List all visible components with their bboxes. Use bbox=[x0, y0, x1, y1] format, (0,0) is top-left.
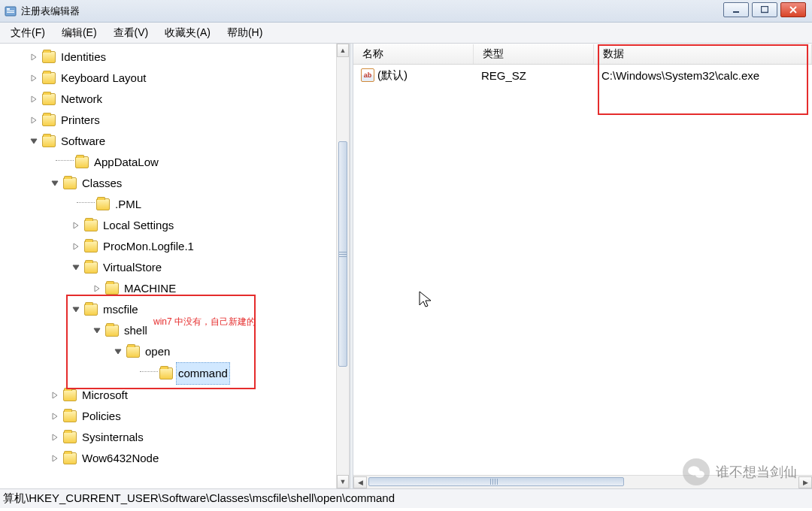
string-value-icon: ab bbox=[361, 68, 374, 82]
tree-item-keyboard[interactable]: Keyboard Layout bbox=[2, 68, 350, 89]
registry-tree[interactable]: Identities Keyboard Layout Network Print… bbox=[0, 44, 350, 469]
collapse-icon[interactable] bbox=[92, 325, 102, 336]
value-row-default[interactable]: ab (默认) REG_SZ C:\Windows\System32\calc.… bbox=[353, 65, 812, 86]
expand-icon[interactable] bbox=[50, 411, 60, 422]
expand-icon[interactable] bbox=[71, 220, 81, 231]
tree-label: Wow6432Node bbox=[80, 448, 161, 469]
collapse-icon[interactable] bbox=[113, 346, 123, 357]
collapse-icon[interactable] bbox=[50, 178, 60, 189]
menubar: 文件(F) 编辑(E) 查看(V) 收藏夹(A) 帮助(H) bbox=[0, 23, 812, 44]
tree-label: Sysinternals bbox=[80, 427, 146, 448]
list-horizontal-scrollbar[interactable]: ◀ ▶ bbox=[353, 475, 812, 488]
folder-icon bbox=[42, 51, 56, 63]
folder-icon bbox=[42, 93, 56, 105]
tree-label: Keyboard Layout bbox=[59, 68, 148, 89]
window-title: 注册表编辑器 bbox=[21, 5, 80, 18]
tree-item-machine[interactable]: MACHINE bbox=[2, 278, 350, 299]
scroll-right-button[interactable]: ▶ bbox=[798, 476, 812, 488]
tree-item-pml[interactable]: .PML bbox=[2, 194, 350, 215]
tree-item-printers[interactable]: Printers bbox=[2, 110, 350, 131]
expand-icon[interactable] bbox=[50, 390, 60, 401]
tree-item-procmon[interactable]: ProcMon.Logfile.1 bbox=[2, 236, 350, 257]
regedit-icon bbox=[5, 5, 17, 17]
tree-item-wow64[interactable]: Wow6432Node bbox=[2, 448, 350, 469]
folder-icon bbox=[84, 262, 98, 274]
tree-item-appdatalow[interactable]: AppDataLow bbox=[2, 152, 350, 173]
scroll-left-button[interactable]: ◀ bbox=[353, 476, 367, 488]
tree-item-open[interactable]: open bbox=[2, 341, 350, 362]
col-header-type[interactable]: 类型 bbox=[474, 44, 594, 64]
expand-icon[interactable] bbox=[92, 283, 102, 294]
minimize-button[interactable] bbox=[723, 2, 749, 17]
expand-icon[interactable] bbox=[29, 52, 39, 62]
expand-icon[interactable] bbox=[50, 453, 60, 464]
scroll-up-button[interactable]: ▲ bbox=[337, 44, 349, 57]
window-buttons bbox=[723, 2, 806, 17]
menu-view[interactable]: 查看(V) bbox=[106, 24, 156, 42]
maximize-button[interactable] bbox=[752, 2, 777, 17]
value-name: (默认) bbox=[377, 68, 408, 83]
expand-icon[interactable] bbox=[29, 94, 39, 104]
tree-label: Classes bbox=[80, 173, 124, 194]
list-body[interactable]: ab (默认) REG_SZ C:\Windows\System32\calc.… bbox=[353, 65, 812, 475]
menu-edit[interactable]: 编辑(E) bbox=[54, 24, 105, 42]
tree-label: Software bbox=[59, 131, 108, 152]
folder-icon bbox=[63, 389, 77, 401]
tree-item-microsoft[interactable]: Microsoft bbox=[2, 385, 350, 406]
tree-label-selected: command bbox=[176, 362, 230, 385]
tree-item-network[interactable]: Network bbox=[2, 89, 350, 110]
collapse-icon[interactable] bbox=[71, 262, 81, 273]
tree-item-virtualstore[interactable]: VirtualStore bbox=[2, 257, 350, 278]
folder-icon bbox=[75, 156, 89, 168]
tree-label: Network bbox=[59, 89, 105, 110]
menu-file[interactable]: 文件(F) bbox=[3, 24, 53, 42]
tree-item-policies[interactable]: Policies bbox=[2, 406, 350, 427]
values-panel: 名称 类型 数据 ab (默认) REG_SZ C:\Windows\Syste… bbox=[353, 44, 812, 488]
expand-icon[interactable] bbox=[50, 432, 60, 443]
tree-item-sysinternals[interactable]: Sysinternals bbox=[2, 427, 350, 448]
tree-item-classes[interactable]: Classes bbox=[2, 173, 350, 194]
statusbar-path: 算机\HKEY_CURRENT_USER\Software\Classes\ms… bbox=[3, 491, 395, 506]
folder-icon bbox=[42, 114, 56, 126]
menu-help[interactable]: 帮助(H) bbox=[220, 24, 270, 42]
folder-icon bbox=[96, 198, 110, 210]
folder-icon bbox=[84, 240, 98, 252]
tree-label: MACHINE bbox=[122, 278, 178, 299]
client-area: Identities Keyboard Layout Network Print… bbox=[0, 44, 812, 488]
tree-connector bbox=[140, 371, 158, 372]
scroll-down-button[interactable]: ▼ bbox=[337, 475, 349, 488]
folder-icon bbox=[63, 410, 77, 422]
folder-icon bbox=[105, 283, 119, 295]
tree-label: Policies bbox=[80, 406, 123, 427]
tree-label: Printers bbox=[59, 110, 102, 131]
folder-icon bbox=[84, 304, 98, 316]
folder-icon bbox=[84, 219, 98, 231]
tree-item-identities[interactable]: Identities bbox=[2, 47, 350, 68]
scroll-track[interactable] bbox=[367, 476, 798, 488]
expand-icon[interactable] bbox=[71, 241, 81, 252]
tree-label: Local Settings bbox=[101, 215, 176, 236]
mouse-cursor-icon bbox=[418, 290, 433, 310]
expand-icon[interactable] bbox=[29, 115, 39, 125]
value-type: REG_SZ bbox=[474, 69, 594, 82]
list-header: 名称 类型 数据 bbox=[353, 44, 812, 65]
col-header-data[interactable]: 数据 bbox=[594, 44, 812, 64]
tree-vertical-scrollbar[interactable]: ▲ ▼ bbox=[336, 44, 350, 488]
tree-label: Microsoft bbox=[80, 385, 130, 406]
collapse-icon[interactable] bbox=[71, 304, 81, 315]
col-header-name[interactable]: 名称 bbox=[353, 44, 474, 64]
expand-icon[interactable] bbox=[29, 73, 39, 83]
tree-item-shell[interactable]: shell bbox=[2, 320, 350, 341]
tree-item-software[interactable]: Software bbox=[2, 131, 350, 152]
collapse-icon[interactable] bbox=[29, 136, 39, 147]
menu-fav[interactable]: 收藏夹(A) bbox=[157, 24, 218, 42]
tree-connector bbox=[77, 202, 95, 203]
svg-rect-4 bbox=[733, 11, 739, 13]
close-button[interactable] bbox=[780, 2, 806, 17]
tree-item-mscfile[interactable]: mscfile bbox=[2, 299, 350, 320]
value-data: C:\Windows\System32\calc.exe bbox=[594, 69, 812, 82]
tree-label: open bbox=[143, 341, 172, 362]
tree-item-command[interactable]: command bbox=[2, 362, 350, 385]
tree-panel: Identities Keyboard Layout Network Print… bbox=[0, 44, 350, 488]
tree-item-localsettings[interactable]: Local Settings bbox=[2, 215, 350, 236]
